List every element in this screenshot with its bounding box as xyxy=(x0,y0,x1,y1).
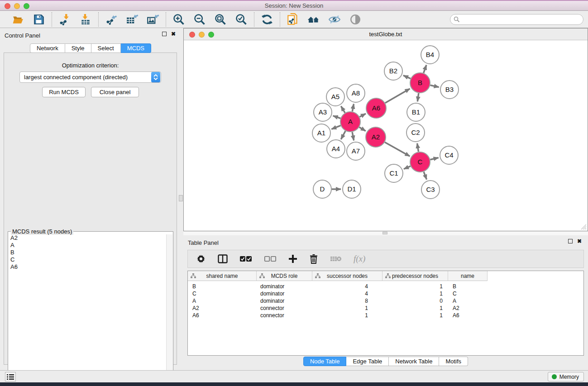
edge-A-A7[interactable] xyxy=(352,132,354,141)
zoom-fit-icon[interactable] xyxy=(214,13,227,26)
node-C3[interactable]: C3 xyxy=(421,181,440,199)
criterion-dropdown[interactable]: largest connected component (directed) xyxy=(19,71,161,83)
edge-A-A1[interactable] xyxy=(331,125,340,129)
minimize-window-button[interactable] xyxy=(14,3,20,9)
function-builder-icon[interactable]: f(x) xyxy=(354,254,365,264)
tab-mcds[interactable]: MCDS xyxy=(121,43,151,53)
table-tab-network-table[interactable]: Network Table xyxy=(389,357,439,366)
horizontal-split-handle[interactable] xyxy=(382,232,387,234)
export-network-icon[interactable] xyxy=(105,13,118,26)
task-history-button[interactable] xyxy=(5,372,16,381)
export-table-icon[interactable] xyxy=(126,13,139,26)
save-session-icon[interactable] xyxy=(33,13,45,26)
column-header-MCDS-role[interactable]: MCDS role xyxy=(257,271,312,281)
edge-A-A5[interactable] xyxy=(341,106,345,113)
cell-MCDS-role[interactable]: dominator xyxy=(257,291,312,297)
memory-button[interactable]: Memory xyxy=(548,372,584,381)
clone-network-icon[interactable] xyxy=(287,13,299,26)
table-tab-motifs[interactable]: Motifs xyxy=(439,357,468,366)
float-table-panel-icon[interactable] xyxy=(568,239,573,243)
cell-shared-name[interactable]: A6 xyxy=(188,312,257,319)
close-panel-button[interactable]: Close panel xyxy=(91,87,139,97)
home-icon[interactable] xyxy=(307,13,320,26)
edge-A6-B[interactable] xyxy=(385,89,410,103)
edge-A-A4[interactable] xyxy=(341,131,345,139)
node-B[interactable]: B xyxy=(410,73,430,93)
edge-C-C2[interactable] xyxy=(417,143,419,152)
result-item[interactable]: A2 xyxy=(9,234,166,242)
run-mcds-button[interactable]: Run MCDS xyxy=(42,87,86,97)
tab-network[interactable]: Network xyxy=(30,43,65,53)
table-row[interactable]: Adominator80A xyxy=(188,297,583,305)
hide-selected-eye-icon[interactable] xyxy=(328,13,341,26)
network-window-titlebar[interactable]: testGlobe.txt xyxy=(184,29,588,40)
node-A8[interactable]: A8 xyxy=(347,84,365,102)
cell-predecessor-nodes[interactable]: 1 xyxy=(382,283,448,290)
node-C1[interactable]: C1 xyxy=(385,164,403,182)
network-close-button[interactable] xyxy=(189,32,195,38)
column-chooser-icon[interactable] xyxy=(218,254,228,263)
cell-shared-name[interactable]: A xyxy=(188,298,257,304)
cell-MCDS-role[interactable]: dominator xyxy=(257,283,312,290)
column-header-shared-name[interactable]: shared name xyxy=(188,271,257,281)
column-header-successor-nodes[interactable]: successor nodes xyxy=(312,271,382,281)
node-A2[interactable]: A2 xyxy=(366,127,386,147)
node-A3[interactable]: A3 xyxy=(314,103,332,121)
node-C4[interactable]: C4 xyxy=(440,146,458,164)
node-D1[interactable]: D1 xyxy=(343,180,361,198)
export-image-icon[interactable] xyxy=(147,13,159,26)
cell-shared-name[interactable]: A2 xyxy=(188,305,257,311)
edge-B-B4[interactable] xyxy=(424,65,426,73)
node-D[interactable]: D xyxy=(313,180,331,198)
close-window-button[interactable] xyxy=(5,3,10,9)
network-zoom-button[interactable] xyxy=(208,32,214,38)
result-scrollbar[interactable] xyxy=(166,234,172,383)
select-all-checkboxes-icon[interactable] xyxy=(239,256,252,262)
zoom-in-icon[interactable] xyxy=(172,13,185,26)
network-minimize-button[interactable] xyxy=(199,32,205,38)
cell-successor-nodes[interactable]: 4 xyxy=(312,291,382,297)
edge-C-C3[interactable] xyxy=(424,172,426,180)
open-session-icon[interactable] xyxy=(12,13,24,26)
close-table-panel-icon[interactable]: ✖ xyxy=(577,239,582,243)
node-B1[interactable]: B1 xyxy=(407,103,425,121)
cell-successor-nodes[interactable]: 1 xyxy=(312,305,382,311)
cell-shared-name[interactable]: C xyxy=(188,291,257,297)
deselect-all-checkboxes-icon[interactable] xyxy=(264,256,277,262)
import-table-icon[interactable] xyxy=(79,13,92,26)
edge-A2-C[interactable] xyxy=(385,142,410,156)
node-C2[interactable]: C2 xyxy=(406,124,425,142)
cell-name[interactable]: A6 xyxy=(448,312,488,319)
cell-name[interactable]: C xyxy=(448,291,488,297)
column-header-predecessor-nodes[interactable]: predecessor nodes xyxy=(382,271,448,281)
table-row[interactable]: A6connector11A6 xyxy=(188,312,583,319)
cell-successor-nodes[interactable]: 8 xyxy=(312,298,382,304)
gear-icon[interactable] xyxy=(196,254,206,264)
edge-A-A2[interactable] xyxy=(359,127,366,131)
cell-predecessor-nodes[interactable]: 0 xyxy=(382,298,448,304)
table-row[interactable]: A2connector11A2 xyxy=(188,305,583,312)
edge-B-B2[interactable] xyxy=(403,76,411,79)
cell-successor-nodes[interactable]: 1 xyxy=(312,312,382,319)
zoom-window-button[interactable] xyxy=(24,3,29,9)
node-B3[interactable]: B3 xyxy=(440,81,459,99)
cell-predecessor-nodes[interactable]: 1 xyxy=(382,312,448,319)
node-B4[interactable]: B4 xyxy=(421,46,439,64)
cell-name[interactable]: A2 xyxy=(448,305,488,311)
close-panel-icon[interactable]: ✖ xyxy=(171,32,176,36)
node-A4[interactable]: A4 xyxy=(327,140,345,158)
tab-style[interactable]: Style xyxy=(65,43,91,53)
node-A7[interactable]: A7 xyxy=(347,142,365,160)
edge-A-A8[interactable] xyxy=(352,104,354,112)
column-header-name[interactable]: name xyxy=(448,271,488,281)
table-row[interactable]: Cdominator41C xyxy=(188,290,583,297)
result-item[interactable]: C xyxy=(9,256,166,263)
node-B2[interactable]: B2 xyxy=(384,62,402,80)
cell-successor-nodes[interactable]: 4 xyxy=(312,283,382,290)
result-item[interactable]: B xyxy=(9,249,166,256)
result-item[interactable]: A6 xyxy=(9,263,166,271)
node-C[interactable]: C xyxy=(410,152,430,172)
node-A6[interactable]: A6 xyxy=(366,98,386,118)
delete-table-icon[interactable] xyxy=(330,255,342,262)
cell-MCDS-role[interactable]: connector xyxy=(257,305,312,311)
